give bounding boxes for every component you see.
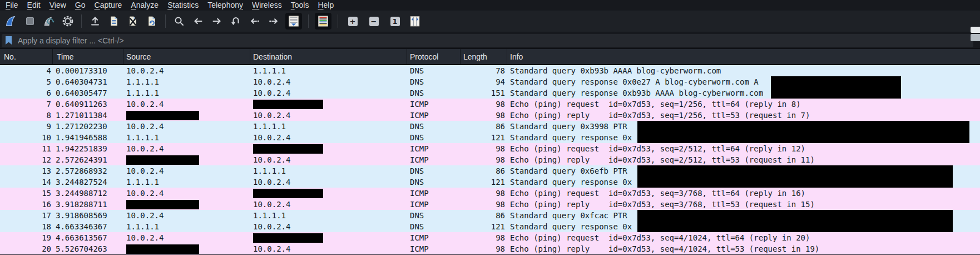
column-header-protocol[interactable]: Protocol xyxy=(407,49,461,64)
redaction-box xyxy=(637,121,969,143)
cell-source: 1.1.1.1 xyxy=(123,221,250,232)
menu-wireless[interactable]: Wireless xyxy=(248,0,286,11)
cell-info: Echo (ping) request id=0x7d53, seq=1/256… xyxy=(507,99,980,110)
cell-no: 7 xyxy=(0,99,53,110)
cell-destination: 10.0.2.4 xyxy=(250,132,407,143)
menu-statistics[interactable]: Statistics xyxy=(163,0,203,11)
find-packet-button[interactable] xyxy=(172,14,186,28)
menu-analyze[interactable]: Analyze xyxy=(126,0,163,11)
cell-no: 8 xyxy=(0,110,53,121)
last-packet-icon xyxy=(268,16,279,27)
packet-row[interactable]: 19 4.663613567 10.0.2.4 ICMP 98 Echo (pi… xyxy=(0,232,980,243)
go-last-packet-button[interactable] xyxy=(266,14,281,28)
cell-time: 3.244827524 xyxy=(53,176,123,188)
packet-list-header: No. Time Source Destination Protocol Len… xyxy=(0,48,980,65)
menu-capture[interactable]: Capture xyxy=(90,0,127,11)
column-header-destination[interactable]: Destination xyxy=(250,49,407,64)
packet-row[interactable]: 12 2.572624391 10.0.2.4 ICMP 98 Echo (pi… xyxy=(0,154,980,165)
restart-capture-button[interactable] xyxy=(42,14,56,28)
packet-row[interactable]: 15 3.244988712 10.0.2.4 ICMP 98 Echo (pi… xyxy=(0,188,980,199)
menu-file[interactable]: File xyxy=(1,0,23,11)
packet-row[interactable]: 16 3.918288711 10.0.2.4 ICMP 98 Echo (pi… xyxy=(0,199,980,210)
zoom-out-button[interactable]: − xyxy=(367,14,381,28)
redaction-box xyxy=(637,165,953,188)
cell-destination: 10.0.2.4 xyxy=(250,221,407,232)
cell-destination: 10.0.2.4 xyxy=(250,110,407,121)
cell-length: 98 xyxy=(461,99,507,110)
capture-options-button[interactable] xyxy=(61,14,75,28)
normal-size-button[interactable]: 1 xyxy=(388,14,402,28)
cell-time: 3.918608569 xyxy=(53,210,123,221)
cell-source: 10.0.2.4 xyxy=(123,121,250,132)
cell-no: 6 xyxy=(0,87,53,99)
cell-no: 5 xyxy=(0,76,53,87)
packet-row[interactable]: 7 0.640911263 10.0.2.4 ICMP 98 Echo (pin… xyxy=(0,99,980,110)
cell-destination: 10.0.2.4 xyxy=(250,243,407,254)
stop-capture-button[interactable] xyxy=(23,14,37,28)
column-header-time[interactable]: Time xyxy=(53,49,123,64)
close-document-icon xyxy=(127,16,138,27)
redaction-box xyxy=(637,210,953,232)
column-header-info[interactable]: Info xyxy=(507,49,980,64)
packet-row[interactable]: 20 5.526704263 10.0.2.4 ICMP 98 Echo (pi… xyxy=(0,243,980,254)
cell-no: 11 xyxy=(0,143,53,154)
go-to-packet-button[interactable] xyxy=(229,14,243,28)
close-file-button[interactable] xyxy=(126,14,140,28)
zoom-in-button[interactable]: + xyxy=(345,14,360,28)
gear-icon xyxy=(62,15,74,27)
arrow-right-icon xyxy=(211,16,222,27)
reload-document-icon xyxy=(146,16,157,27)
save-file-button[interactable] xyxy=(107,14,121,28)
menu-help[interactable]: Help xyxy=(313,0,338,11)
cell-destination: 1.1.1.1 xyxy=(250,65,407,76)
menu-view[interactable]: View xyxy=(45,0,71,11)
cell-time: 0.640911263 xyxy=(53,99,123,110)
column-header-source[interactable]: Source xyxy=(123,49,250,64)
cell-time: 3.244988712 xyxy=(53,188,123,199)
cell-source: 10.0.2.4 xyxy=(123,165,250,176)
cell-destination-redacted xyxy=(250,232,407,243)
shark-fin-icon xyxy=(5,15,17,27)
redaction-box xyxy=(771,76,901,99)
display-filter-field[interactable] xyxy=(2,34,973,47)
wireshark-window: File Edit View Go Capture Analyze Statis… xyxy=(0,0,980,255)
auto-scroll-toggle[interactable] xyxy=(285,13,302,30)
cell-protocol: DNS xyxy=(407,87,461,99)
stop-square-icon xyxy=(24,16,36,27)
go-first-packet-button[interactable] xyxy=(248,14,262,28)
cell-destination: 1.1.1.1 xyxy=(250,165,407,176)
packet-row[interactable]: 8 1.271011384 10.0.2.4 ICMP 98 Echo (pin… xyxy=(0,110,980,121)
cell-info: Standard query response 0xb93b AAAA blog… xyxy=(507,87,980,99)
packet-row[interactable]: 4 0.000173310 10.0.2.4 1.1.1.1 DNS 78 St… xyxy=(0,65,980,76)
go-forward-button[interactable] xyxy=(210,14,224,28)
colorize-toggle[interactable] xyxy=(315,13,331,30)
cell-info: Standard query response 0x0e27 A blog-cy… xyxy=(507,76,980,87)
cell-destination-redacted xyxy=(250,143,407,154)
arrow-left-icon xyxy=(192,16,204,27)
cell-no: 17 xyxy=(0,210,53,221)
start-capture-button[interactable] xyxy=(4,14,18,28)
packet-row[interactable]: 11 1.942251839 10.0.2.4 ICMP 98 Echo (pi… xyxy=(0,143,980,154)
open-file-button[interactable] xyxy=(88,14,102,28)
menu-telephony[interactable]: Telephony xyxy=(203,0,248,11)
first-packet-icon xyxy=(249,16,260,27)
menu-go[interactable]: Go xyxy=(71,0,90,11)
cell-info: Echo (ping) request id=0x7d53, seq=4/102… xyxy=(507,232,980,243)
display-filter-input[interactable] xyxy=(17,36,973,46)
column-header-no[interactable]: No. xyxy=(0,49,53,64)
cell-no: 15 xyxy=(0,188,53,199)
column-header-length[interactable]: Length xyxy=(461,49,507,64)
resize-columns-button[interactable] xyxy=(408,14,422,28)
cell-protocol: DNS xyxy=(407,132,461,143)
cell-length: 98 xyxy=(461,188,507,199)
cell-length: 98 xyxy=(461,143,507,154)
cell-source: 10.0.2.4 xyxy=(123,143,250,154)
cell-length: 86 xyxy=(461,210,507,221)
reload-file-button[interactable] xyxy=(145,14,159,28)
menu-edit[interactable]: Edit xyxy=(23,0,45,11)
cell-length: 98 xyxy=(461,154,507,165)
go-back-button[interactable] xyxy=(191,14,205,28)
menu-tools[interactable]: Tools xyxy=(286,0,314,11)
bookmark-icon[interactable] xyxy=(5,36,12,45)
cell-source: 10.0.2.4 xyxy=(123,99,250,110)
